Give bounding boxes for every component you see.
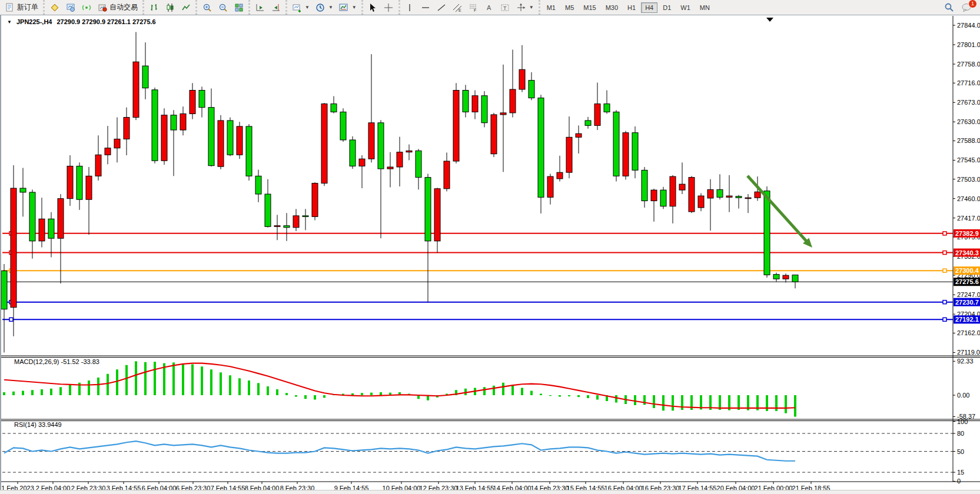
tf-m30-button[interactable]: M30 [602,2,622,13]
new-chart-button[interactable]: ▼ [289,1,313,14]
chat-button[interactable]: 1 [958,1,974,14]
rsi-tick: 15 [957,469,964,476]
macd-bar [370,393,373,395]
template-icon [339,3,349,12]
candle-body-bull [237,126,242,155]
tf-m1-button[interactable]: M1 [543,2,560,13]
equidistant-channel-button[interactable]: E [450,1,466,14]
macd-bar [285,393,288,395]
status-strip [0,490,980,494]
macd-bar [568,395,570,396]
market-watch-button[interactable] [62,1,78,14]
main-toolbar: 新订单 自动交易 [0,0,980,15]
macd-bar [116,369,118,395]
candle-body-bull [745,198,751,199]
arrows-icon [516,3,526,12]
macd-bar [502,383,504,395]
market-monitor-icon [65,3,75,12]
channel-icon: E [453,3,463,12]
macd-bar [653,395,655,408]
signals-button[interactable] [78,1,94,14]
rsi-label: RSI(14) 33.9449 [14,421,62,428]
tile-windows-button[interactable] [231,1,247,14]
search-button[interactable] [941,1,957,14]
vertical-line-button[interactable] [402,1,418,14]
candlestick-chart-button[interactable] [162,1,178,14]
hline-anchor [943,269,946,272]
macd-bar [267,386,269,395]
cursor-arrow-icon [368,3,378,12]
chart-title: ▼ JPN225-,H4 27290.9 27290.9 27261.1 272… [7,18,156,25]
candle-body-bear [792,275,798,282]
macd-bar [12,392,15,395]
candle-body-bull [500,113,506,115]
candle-body-bear [613,112,619,176]
svg-text:F: F [474,8,476,12]
text-button[interactable]: A [481,1,497,14]
macd-bar [540,394,542,396]
candle-body-bear [255,176,261,194]
candle-body-bear [208,108,214,166]
svg-text:E: E [459,8,461,12]
cursor-button[interactable] [365,1,381,14]
price-tick: 27758.0 [957,61,980,68]
hline-anchor [943,251,946,255]
arrows-button[interactable]: ▼ [513,1,537,14]
zoom-in-button[interactable] [199,1,215,14]
macd-bar [662,395,665,410]
tf-d1-button[interactable]: D1 [659,2,675,13]
macd-bar [314,395,316,400]
tf-w1-button[interactable]: W1 [676,2,695,13]
vertical-line-icon [405,3,415,12]
macd-bar [229,375,231,395]
candle-body-bear [463,91,469,112]
candle-body-bear [284,226,290,228]
macd-tick: 0.00 [957,392,969,399]
tile-windows-icon [234,3,244,12]
candle-body-bull [519,69,525,89]
horizontal-line-button[interactable] [418,1,434,14]
candle-body-bear [773,275,779,279]
chart-canvas[interactable]: 27844.027801.027758.027716.027673.027630… [1,15,980,494]
tf-m5-button[interactable]: M5 [561,2,578,13]
fibonacci-button[interactable]: F [466,1,481,14]
trendline-button[interactable] [434,1,450,14]
candle-body-bear [717,189,723,197]
macd-bar [785,395,787,413]
hline-anchor [943,232,946,235]
new-order-button[interactable]: 新订单 [2,1,41,14]
candle-body-bear [350,140,356,166]
price-tick: 27119.0 [957,349,980,356]
candle-body-bear [331,104,337,112]
text-label-button[interactable]: T [497,1,513,14]
crosshair-button[interactable] [381,1,397,14]
svg-text:27192.1: 27192.1 [955,316,979,323]
tf-h4-button[interactable]: H4 [641,2,657,13]
chart-shift-button[interactable] [268,1,284,14]
tf-mn-button[interactable]: MN [696,2,714,13]
price-tick: 27162.0 [957,329,980,336]
candle-body-bull [453,91,459,161]
metaeditor-button[interactable] [46,1,62,14]
bar-chart-button[interactable] [146,1,162,14]
macd-bar [50,389,52,395]
candle-body-bear [378,123,384,169]
tf-m15-button[interactable]: M15 [579,2,600,13]
template-button[interactable]: ▼ [336,1,360,14]
auto-scroll-button[interactable] [252,1,268,14]
macd-bar [182,364,184,395]
zoom-out-button[interactable] [215,1,231,14]
rsi-tick: 50 [957,448,964,455]
period-button[interactable]: ▼ [313,1,336,14]
candle-body-bull [783,275,789,279]
line-chart-button[interactable] [178,1,194,14]
candle-body-bear [481,96,487,123]
price-tick: 27247.0 [957,291,980,298]
candle-body-bear [142,66,148,88]
chart-expand-icon[interactable]: ▼ [7,19,12,25]
rsi-tick: 100 [957,418,968,425]
auto-trading-button[interactable]: 自动交易 [94,1,141,14]
candle-body-bull [689,178,695,212]
tf-h1-button[interactable]: H1 [623,2,640,13]
new-chart-icon [292,3,302,12]
